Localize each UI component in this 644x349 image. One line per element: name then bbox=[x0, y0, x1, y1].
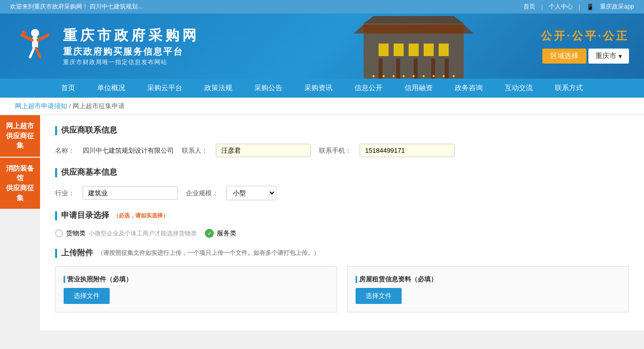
breadcrumb-separator: / bbox=[69, 102, 73, 110]
blue-bar-icon3 bbox=[55, 211, 57, 220]
top-nav: 首页 | 个人中心 | 📱 重庆政采app bbox=[523, 3, 634, 11]
radio-goods-label: 货物类 bbox=[66, 229, 86, 238]
rent-label-text: 房屋租赁信息资料（必填） bbox=[359, 275, 437, 284]
nav-item-home[interactable]: 首页 bbox=[50, 79, 86, 98]
sidebar: 网上超市供应商征集 消防装备馆供应商征集 bbox=[0, 115, 40, 330]
sidebar-item-supermarket[interactable]: 网上超市供应商征集 bbox=[0, 115, 40, 157]
svg-point-20 bbox=[373, 75, 375, 77]
svg-point-25 bbox=[423, 75, 425, 77]
logo-title1: 重庆市政府采购网 bbox=[63, 26, 199, 45]
building-illustration bbox=[313, 14, 514, 79]
logo-title3: 重庆市财政局唯一指定信息发布网站 bbox=[63, 58, 199, 67]
marquee-area: 欢迎来到重庆市政府采购网！ 四川中七建筑规划... bbox=[10, 3, 143, 11]
region-select-button[interactable]: 区域选择 bbox=[542, 49, 586, 64]
blue-bar-icon bbox=[55, 126, 57, 135]
blue-bar-icon2 bbox=[55, 168, 57, 177]
marquee-text: 欢迎来到重庆市政府采购网！ 四川中七建筑规划... bbox=[10, 3, 143, 11]
sidebar-label-supermarket: 网上超市供应商征集 bbox=[6, 122, 34, 149]
blue-bar-icon4 bbox=[55, 249, 57, 258]
catalog-required: （必选，请如实选择） bbox=[113, 212, 168, 219]
supplier-basic-section: 供应商基本信息 行业： 企业规模： 小型 小型 中型 大型 微型 bbox=[55, 167, 629, 200]
svg-point-21 bbox=[383, 75, 385, 77]
radio-service-check: ✓ bbox=[205, 229, 214, 238]
breadcrumb-current: 网上超市征集申请 bbox=[73, 102, 125, 110]
nav-item-consult[interactable]: 政务咨询 bbox=[444, 79, 494, 98]
city-select-button[interactable]: 重庆市 ▾ bbox=[588, 49, 629, 64]
top-nav-app[interactable]: 重庆政采app bbox=[600, 3, 634, 11]
upload-license-button[interactable]: 选择文件 bbox=[64, 288, 110, 304]
header: 重庆市政府采购网 重庆政府购买服务信息平台 重庆市财政局唯一指定信息发布网站 bbox=[0, 14, 644, 79]
svg-rect-16 bbox=[396, 59, 400, 79]
scale-label: 企业规模： bbox=[186, 189, 218, 198]
supplier-basic-title: 供应商基本信息 bbox=[55, 167, 629, 178]
top-nav-personal[interactable]: 个人中心 bbox=[549, 3, 573, 11]
scale-select[interactable]: 小型 小型 中型 大型 微型 bbox=[226, 186, 276, 200]
catalog-section: 申请目录选择 （必选，请如实选择） 货物类 小微型企业及个体工商户才能选择货物类… bbox=[55, 210, 629, 238]
nav-item-cloud[interactable]: 采购云平台 bbox=[136, 79, 193, 98]
svg-rect-10 bbox=[379, 44, 389, 56]
nav-item-policy[interactable]: 政策法规 bbox=[193, 79, 243, 98]
slogan: 公开·公平·公正 bbox=[541, 29, 629, 44]
main-nav: 首页 单位概况 采购云平台 政策法规 采购公告 采购资讯 信息公开 信用融资 政… bbox=[0, 79, 644, 98]
license-upload-label: 营业执照附件（必填） bbox=[64, 275, 132, 284]
header-right: 公开·公平·公正 区域选择 重庆市 ▾ bbox=[541, 29, 629, 64]
nav-item-about[interactable]: 单位概况 bbox=[86, 79, 136, 98]
nav-item-contact[interactable]: 联系方式 bbox=[544, 79, 594, 98]
breadcrumb-link1[interactable]: 网上超市申请须知 bbox=[15, 102, 67, 110]
svg-rect-11 bbox=[394, 44, 404, 56]
supplier-contact-label: 供应商联系信息 bbox=[61, 125, 117, 136]
svg-point-28 bbox=[453, 75, 455, 77]
mobile-icon: 📱 bbox=[586, 4, 594, 11]
supplier-contact-title: 供应商联系信息 bbox=[55, 125, 629, 136]
nav-item-credit[interactable]: 信用融资 bbox=[394, 79, 444, 98]
svg-rect-12 bbox=[409, 44, 419, 56]
svg-rect-15 bbox=[379, 59, 383, 79]
license-label-text: 营业执照附件（必填） bbox=[67, 275, 132, 284]
industry-row: 行业： 企业规模： 小型 小型 中型 大型 微型 bbox=[55, 186, 629, 200]
industry-label: 行业： bbox=[55, 189, 75, 198]
city-label: 重庆市 bbox=[595, 52, 616, 61]
svg-point-26 bbox=[433, 75, 435, 77]
nav-item-interact[interactable]: 互动交流 bbox=[494, 79, 544, 98]
main-content: 供应商联系信息 名称： 四川中七建筑规划设计有限公司 联系人： 联系手机： 供应… bbox=[40, 115, 644, 330]
catalog-title: 申请目录选择 （必选，请如实选择） bbox=[55, 210, 629, 221]
svg-line-3 bbox=[38, 35, 48, 40]
region-selector: 区域选择 重庆市 ▾ bbox=[542, 49, 629, 64]
sidebar-label-fire: 消防装备馆供应商征集 bbox=[6, 164, 34, 202]
svg-point-23 bbox=[403, 75, 405, 77]
svg-line-6 bbox=[36, 48, 40, 57]
catalog-label: 申请目录选择 bbox=[61, 210, 109, 221]
upload-label: 上传附件 bbox=[61, 248, 93, 258]
main-wrapper: 网上超市供应商征集 消防装备馆供应商征集 供应商联系信息 名称： 四川中七建筑规… bbox=[0, 115, 644, 330]
top-nav-home[interactable]: 首页 bbox=[523, 3, 535, 11]
contact-input[interactable] bbox=[216, 144, 311, 157]
chevron-down-icon: ▾ bbox=[618, 52, 622, 60]
svg-rect-13 bbox=[424, 44, 434, 56]
nav-item-announce[interactable]: 采购公告 bbox=[243, 79, 293, 98]
top-bar: 欢迎来到重庆市政府采购网！ 四川中七建筑规划... 首页 | 个人中心 | 📱 … bbox=[0, 0, 644, 14]
supplier-contact-section: 供应商联系信息 名称： 四川中七建筑规划设计有限公司 联系人： 联系手机： bbox=[55, 125, 629, 157]
name-label: 名称： bbox=[55, 146, 75, 155]
radio-group: 货物类 小微型企业及个体工商户才能选择货物类 ✓ 服务类 bbox=[55, 229, 629, 238]
radio-goods[interactable]: 货物类 小微型企业及个体工商户才能选择货物类 bbox=[55, 229, 197, 238]
upload-section: 上传附件 （请按照征集文件如实进行上传，一个项只上传一个文件。如有多个请打包上传… bbox=[55, 248, 629, 312]
svg-rect-1 bbox=[32, 37, 38, 48]
upload-rent-button[interactable]: 选择文件 bbox=[356, 288, 402, 304]
upload-hint: （请按照征集文件如实进行上传，一个项只上传一个文件。如有多个请打包上传。） bbox=[97, 249, 319, 257]
name-value: 四川中七建筑规划设计有限公司 bbox=[83, 146, 174, 155]
svg-marker-4 bbox=[22, 30, 27, 35]
nav-item-info[interactable]: 信息公开 bbox=[344, 79, 394, 98]
radio-service[interactable]: ✓ 服务类 bbox=[205, 229, 236, 238]
blue-bar-rent bbox=[356, 276, 357, 283]
phone-input[interactable] bbox=[360, 144, 455, 157]
supplier-name-row: 名称： 四川中七建筑规划设计有限公司 联系人： 联系手机： bbox=[55, 144, 629, 157]
phone-label: 联系手机： bbox=[319, 146, 352, 155]
header-logo: 重庆市政府采购网 重庆政府购买服务信息平台 重庆市财政局唯一指定信息发布网站 bbox=[15, 26, 199, 66]
supplier-basic-label: 供应商基本信息 bbox=[61, 167, 117, 178]
breadcrumb: 网上超市申请须知 / 网上超市征集申请 bbox=[0, 98, 644, 115]
sidebar-item-fire[interactable]: 消防装备馆供应商征集 bbox=[0, 158, 40, 209]
nav-item-news[interactable]: 采购资讯 bbox=[293, 79, 344, 98]
svg-point-22 bbox=[393, 75, 395, 77]
industry-input[interactable] bbox=[83, 186, 178, 200]
radio-goods-hint: 小微型企业及个体工商户才能选择货物类 bbox=[89, 229, 197, 238]
